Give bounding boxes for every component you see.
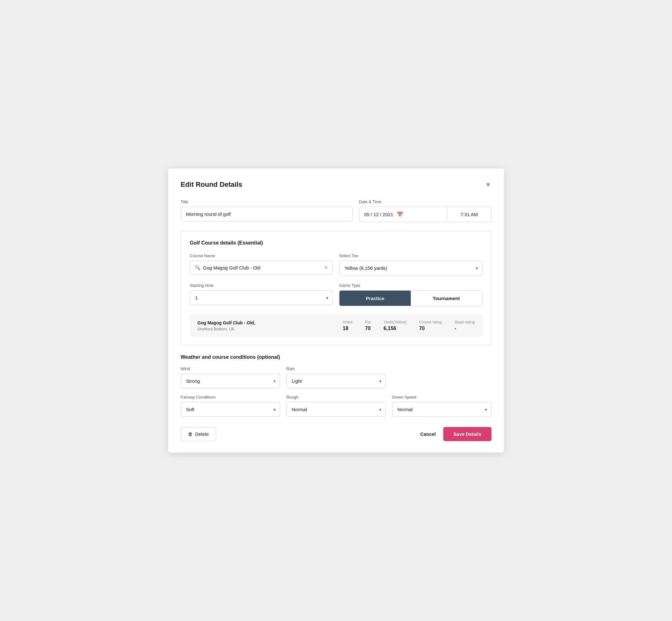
yards-value: 6,156 [384, 326, 396, 331]
starting-hole-field: Starting Hole 1 ▾ [190, 283, 333, 306]
course-location: Shelford Bottom, UK [198, 327, 343, 331]
starting-hole-wrapper: 1 ▾ [190, 290, 333, 305]
weather-section: Weather and course conditions (optional)… [181, 355, 492, 417]
weather-title: Weather and course conditions (optional) [181, 355, 492, 360]
rain-dropdown[interactable]: Light Heavy None [287, 374, 386, 388]
delete-button[interactable]: 🗑 Delete [181, 427, 216, 441]
rough-field: Rough Normal Long Short ▾ [287, 395, 386, 417]
modal-header: Edit Round Details × [181, 180, 492, 189]
fairway-dropdown[interactable]: Soft Normal Firm [181, 402, 280, 417]
select-tee-label: Select Tee [339, 253, 482, 258]
golf-course-title: Golf Course details (Essential) [190, 240, 482, 246]
par-stat: Par 70 [365, 320, 371, 331]
green-speed-dropdown[interactable]: Normal Fast Slow [392, 402, 492, 417]
title-label: Title [181, 199, 353, 204]
rain-label: Rain [287, 366, 386, 371]
hole-gametype-row: Starting Hole 1 ▾ Game Type Practice Tou… [190, 283, 482, 306]
course-name-field: Course Name 🔍 Gog Magog Golf Club - Old … [190, 253, 333, 276]
course-tee-row: Course Name 🔍 Gog Magog Golf Club - Old … [190, 253, 482, 276]
datetime-inputs: 05 / 12 / 2021 📅 7:31 AM [359, 207, 492, 222]
wind-dropdown[interactable]: Strong Light Normal None [181, 374, 280, 388]
time-value: 7:31 AM [460, 212, 478, 217]
par-label: Par [365, 320, 371, 324]
course-rating-value: 70 [419, 326, 425, 331]
tournament-button[interactable]: Tournament [411, 291, 482, 306]
slope-rating-value: - [454, 326, 456, 331]
holes-stat: Holes 18 [343, 320, 352, 331]
wind-rain-row: Wind Strong Light Normal None ▾ Rain Lig… [181, 366, 492, 388]
game-type-field: Game Type Practice Tournament [339, 283, 482, 306]
footer-right: Cancel Save Details [420, 427, 492, 441]
cancel-button[interactable]: Cancel [420, 431, 436, 437]
fairway-wrapper: Soft Normal Firm ▾ [181, 402, 280, 417]
starting-hole-label: Starting Hole [190, 283, 333, 288]
wind-wrapper: Strong Light Normal None ▾ [181, 374, 280, 388]
slope-rating-stat: Slope rating - [454, 320, 474, 331]
date-value: 05 / 12 / 2021 [365, 212, 393, 217]
par-value: 70 [365, 326, 371, 331]
rain-wrapper: Light Heavy None ▾ [287, 374, 386, 388]
yards-stat: Yards(Yellow) 6,156 [384, 320, 407, 331]
datetime-label: Date & Time [359, 199, 492, 204]
fairway-rough-green-row: Fairway Conditions Soft Normal Firm ▾ Ro… [181, 395, 492, 417]
practice-button[interactable]: Practice [339, 291, 411, 306]
select-tee-dropdown[interactable]: Yellow (6,156 yards) [339, 261, 482, 276]
rough-wrapper: Normal Long Short ▾ [287, 402, 386, 417]
save-button[interactable]: Save Details [443, 427, 491, 441]
green-speed-field: Green Speed Normal Fast Slow ▾ [392, 395, 492, 417]
calendar-icon: 📅 [397, 211, 403, 217]
rough-label: Rough [287, 395, 386, 400]
select-tee-field: Select Tee Yellow (6,156 yards) ▾ [339, 253, 482, 276]
course-stats: Holes 18 Par 70 Yards(Yellow) 6,156 Cour… [343, 320, 474, 331]
title-field-group: Title [181, 199, 353, 222]
green-speed-label: Green Speed [392, 395, 492, 400]
fairway-label: Fairway Conditions [181, 395, 280, 400]
yards-label: Yards(Yellow) [384, 320, 407, 324]
course-info-row: Gog Magog Golf Club - Old, Shelford Bott… [190, 314, 482, 338]
course-rating-stat: Course rating 70 [419, 320, 442, 331]
course-name-label: Course Name [190, 253, 333, 258]
game-type-toggle: Practice Tournament [339, 290, 482, 306]
course-name-value: Gog Magog Golf Club - Old [203, 265, 322, 271]
course-rating-label: Course rating [419, 320, 442, 324]
search-icon: 🔍 [195, 265, 201, 271]
rough-dropdown[interactable]: Normal Long Short [287, 402, 386, 417]
trash-icon: 🗑 [188, 431, 193, 437]
holes-label: Holes [343, 320, 352, 324]
course-info-name: Gog Magog Golf Club - Old, Shelford Bott… [198, 320, 343, 331]
course-name-search[interactable]: 🔍 Gog Magog Golf Club - Old ✕ [190, 261, 333, 275]
starting-hole-dropdown[interactable]: 1 [190, 290, 333, 305]
game-type-label: Game Type [339, 283, 482, 288]
rain-field: Rain Light Heavy None ▾ [287, 366, 386, 388]
select-tee-wrapper: Yellow (6,156 yards) ▾ [339, 261, 482, 276]
datetime-field-group: Date & Time 05 / 12 / 2021 📅 7:31 AM [359, 199, 492, 222]
golf-course-section: Golf Course details (Essential) Course N… [181, 231, 492, 345]
wind-label: Wind [181, 366, 280, 371]
time-input-box[interactable]: 7:31 AM [447, 207, 492, 222]
top-row: Title Date & Time 05 / 12 / 2021 📅 7:31 … [181, 199, 492, 222]
fairway-field: Fairway Conditions Soft Normal Firm ▾ [181, 395, 280, 417]
edit-round-modal: Edit Round Details × Title Date & Time 0… [168, 168, 504, 453]
close-button[interactable]: × [485, 180, 492, 189]
holes-value: 18 [343, 326, 348, 331]
modal-title: Edit Round Details [181, 180, 243, 189]
wind-field: Wind Strong Light Normal None ▾ [181, 366, 280, 388]
green-speed-wrapper: Normal Fast Slow ▾ [392, 402, 492, 417]
date-input-box[interactable]: 05 / 12 / 2021 📅 [359, 207, 447, 222]
delete-label: Delete [195, 431, 209, 437]
title-input[interactable] [181, 207, 353, 221]
modal-footer: 🗑 Delete Cancel Save Details [181, 427, 492, 441]
clear-icon[interactable]: ✕ [324, 265, 328, 271]
course-name-bold: Gog Magog Golf Club - Old, [198, 320, 343, 325]
slope-rating-label: Slope rating [454, 320, 474, 324]
